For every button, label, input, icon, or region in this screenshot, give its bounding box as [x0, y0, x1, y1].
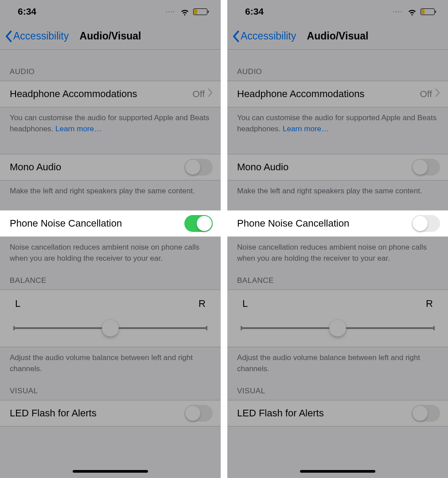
status-time: 6:34: [18, 6, 36, 17]
footer-mono: Make the left and right speakers play th…: [0, 180, 221, 197]
cellular-dots-icon: ••••: [166, 9, 175, 14]
row-label: LED Flash for Alerts: [10, 407, 97, 419]
row-label: Phone Noise Cancellation: [237, 218, 349, 229]
row-label: Headphone Accommodations: [10, 88, 137, 100]
balance-slider-container: L R: [227, 290, 448, 347]
phone-right: 6:34 •••• Accessibility Audio/Visual Aud…: [227, 0, 448, 478]
toggle-led-flash[interactable]: [184, 405, 213, 422]
section-header-audio: Audio: [0, 50, 221, 81]
row-led-flash[interactable]: LED Flash for Alerts: [227, 400, 448, 427]
footer-noise: Noise cancellation reduces ambient noise…: [227, 237, 448, 264]
row-headphone-accommodations[interactable]: Headphone Accommodations Off: [227, 81, 448, 107]
balance-slider[interactable]: [241, 320, 435, 336]
row-value: Off: [192, 89, 205, 99]
status-bar: 6:34 ••••: [227, 0, 448, 23]
nav-bar: Accessibility Audio/Visual: [0, 23, 221, 50]
learn-more-link[interactable]: Learn more…: [283, 125, 329, 133]
section-header-audio: Audio: [227, 50, 448, 81]
balance-slider[interactable]: [13, 320, 207, 336]
slider-thumb[interactable]: [329, 320, 346, 337]
row-label: Phone Noise Cancellation: [10, 218, 122, 229]
learn-more-link[interactable]: Learn more…: [55, 125, 101, 133]
footer-balance: Adjust the audio volume balance between …: [227, 347, 448, 374]
wifi-icon: [407, 7, 417, 16]
balance-left-label: L: [15, 298, 20, 310]
battery-icon: [421, 8, 435, 15]
row-mono-audio[interactable]: Mono Audio: [0, 154, 221, 180]
toggle-mono-audio[interactable]: [412, 159, 440, 176]
footer-headphone: You can customise the audio for supporte…: [227, 107, 448, 134]
wifi-icon: [180, 7, 190, 16]
balance-left-label: L: [242, 298, 248, 310]
back-label: Accessibility: [13, 30, 69, 42]
back-button[interactable]: Accessibility: [4, 30, 69, 43]
balance-right-label: R: [199, 298, 206, 310]
toggle-led-flash[interactable]: [412, 405, 440, 422]
nav-bar: Accessibility Audio/Visual: [227, 23, 448, 50]
footer-mono: Make the left and right speakers play th…: [227, 180, 448, 197]
section-header-balance: Balance: [227, 264, 448, 290]
row-label: Headphone Accommodations: [237, 88, 364, 100]
section-header-balance: Balance: [0, 264, 221, 290]
row-headphone-accommodations[interactable]: Headphone Accommodations Off: [0, 81, 221, 107]
footer-noise: Noise cancellation reduces ambient noise…: [0, 237, 221, 264]
footer-headphone: You can customise the audio for supporte…: [0, 107, 221, 134]
chevron-right-icon: [435, 88, 440, 100]
toggle-phone-noise-cancellation[interactable]: [412, 215, 440, 232]
balance-slider-container: L R: [0, 290, 221, 347]
home-indicator: [300, 470, 375, 473]
row-label: Mono Audio: [237, 161, 288, 173]
home-indicator: [73, 470, 148, 473]
row-mono-audio[interactable]: Mono Audio: [227, 154, 448, 180]
cellular-dots-icon: ••••: [393, 9, 403, 14]
toggle-mono-audio[interactable]: [184, 159, 213, 176]
toggle-phone-noise-cancellation[interactable]: [184, 215, 213, 232]
row-led-flash[interactable]: LED Flash for Alerts: [0, 400, 221, 427]
row-phone-noise-cancellation[interactable]: Phone Noise Cancellation: [0, 210, 221, 237]
slider-thumb[interactable]: [102, 320, 119, 337]
row-value: Off: [420, 89, 432, 99]
row-label: Mono Audio: [10, 161, 61, 173]
footer-balance: Adjust the audio volume balance between …: [0, 347, 221, 374]
status-bar: 6:34 ••••: [0, 0, 221, 23]
row-phone-noise-cancellation[interactable]: Phone Noise Cancellation: [227, 210, 448, 237]
back-button[interactable]: Accessibility: [232, 30, 296, 43]
balance-right-label: R: [426, 298, 433, 310]
chevron-right-icon: [207, 88, 213, 100]
battery-icon: [193, 8, 207, 15]
status-time: 6:34: [245, 6, 264, 17]
phone-left: 6:34 •••• Accessibility Audio/Visual Aud…: [0, 0, 221, 478]
section-header-visual: Visual: [0, 374, 221, 400]
row-label: LED Flash for Alerts: [237, 407, 324, 419]
back-label: Accessibility: [241, 30, 296, 42]
section-header-visual: Visual: [227, 374, 448, 400]
